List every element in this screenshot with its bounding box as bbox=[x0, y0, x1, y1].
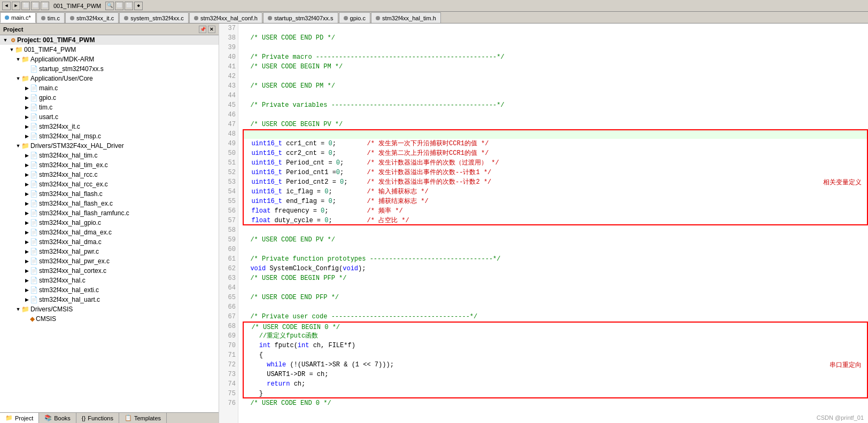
file-icon-hal-tim: 📄 bbox=[30, 152, 38, 159]
sidebar-item-app-user[interactable]: ▼ 📁 Application/User/Core bbox=[0, 74, 219, 83]
file-icon-hal-rcc-ex: 📄 bbox=[30, 181, 38, 188]
sidebar-item-root[interactable]: ▼ 📁 001_TIMF4_PWM bbox=[0, 45, 219, 54]
sidebar-drivers-cmsis-label: Drivers/CMSIS bbox=[30, 306, 73, 313]
sidebar-item-app-mdk[interactable]: ▼ 📁 Application/MDK-ARM bbox=[0, 54, 219, 64]
sidebar-item-startup[interactable]: 📄 startup_stm32f407xx.s bbox=[0, 64, 219, 74]
tab-dot-main-c bbox=[5, 15, 9, 20]
sidebar-item-stm32f4xx-it-c[interactable]: ▶ 📄 stm32f4xx_it.c bbox=[0, 122, 219, 131]
sidebar-content[interactable]: ▼ ⚙ Project: 001_TIMF4_PWM ▼ 📁 001_TIMF4… bbox=[0, 35, 219, 412]
sidebar-item-hal-rcc-ex[interactable]: ▶ 📄 stm32f4xx_hal_rcc_ex.c bbox=[0, 179, 219, 189]
expander-app-mdk: ▼ bbox=[15, 57, 21, 62]
folder-icon-root: 📁 bbox=[15, 46, 23, 53]
sidebar-header: Project 📌 ✕ bbox=[0, 24, 219, 35]
folder-icon-drivers-stm32: 📁 bbox=[21, 142, 29, 150]
tab-label-stm32f4xx-it-c: stm32f4xx_it.c bbox=[76, 15, 114, 21]
sidebar-item-main-c[interactable]: ▶ 📄 main.c bbox=[0, 83, 219, 93]
sidebar-title: Project bbox=[3, 26, 23, 33]
file-icon-hal-flash-ex: 📄 bbox=[30, 200, 38, 207]
tab-dot-stm32f4xx-hal-conf-h bbox=[194, 16, 198, 20]
toolbar-btn-9[interactable]: ◆ bbox=[134, 2, 143, 10]
file-icon-hal-tim-ex: 📄 bbox=[30, 161, 38, 169]
sidebar-stm32f4xx-it-c-label: stm32f4xx_it.c bbox=[39, 123, 80, 130]
tab-stm32f4xx-it-c[interactable]: stm32f4xx_it.c bbox=[65, 12, 119, 23]
sidebar-pin-icon[interactable]: 📌 bbox=[199, 26, 206, 33]
expander-hal-pwr: ▶ bbox=[24, 249, 30, 254]
expander-hal-dma-ex: ▶ bbox=[24, 230, 30, 235]
sidebar-item-hal-uart[interactable]: ▶ 📄 stm32f4xx_hal_uart.c bbox=[0, 295, 219, 304]
sidebar-gpio-c-label: gpio.c bbox=[39, 94, 56, 101]
sidebar-item-hal-rcc[interactable]: ▶ 📄 stm32f4xx_hal_rcc.c bbox=[0, 170, 219, 179]
tab-label-startup-stm32f407xx-s: startup_stm32f407xx.s bbox=[274, 15, 334, 21]
bottom-tab-project[interactable]: 📁 Project bbox=[0, 413, 39, 424]
bottom-tab-books[interactable]: 📚 Books bbox=[39, 413, 76, 424]
toolbar-btn-5[interactable]: ⬜ bbox=[41, 2, 49, 10]
sidebar-hal-uart-label: stm32f4xx_hal_uart.c bbox=[39, 296, 100, 303]
toolbar-btn-3[interactable]: ⬜ bbox=[21, 2, 30, 10]
bottom-tab-functions[interactable]: {} Functions bbox=[76, 413, 119, 424]
file-icon-hal-exti: 📄 bbox=[30, 286, 38, 294]
code-scroll-area[interactable]: /* USER CODE END PD */ /* Private macro … bbox=[238, 24, 868, 423]
toolbar-project-name: 001_TIMF4_PWM bbox=[53, 3, 101, 9]
sidebar-cmsis-label: CMSIS bbox=[36, 315, 56, 323]
toolbar-btn-8[interactable]: ⬜ bbox=[125, 2, 133, 10]
expander-stm32f4xx-hal-msp: ▶ bbox=[24, 134, 30, 139]
tab-gpio-c[interactable]: gpio.c bbox=[339, 12, 370, 23]
sidebar-close-icon[interactable]: ✕ bbox=[208, 26, 215, 33]
sidebar-stm32f4xx-hal-msp-label: stm32f4xx_hal_msp.c bbox=[39, 132, 101, 140]
sidebar-hal-exti-label: stm32f4xx_hal_exti.c bbox=[39, 286, 99, 294]
toolbar-btn-1[interactable]: ◀ bbox=[2, 2, 11, 10]
tab-bar: main.c* tim.c stm32f4xx_it.c system_stm3… bbox=[0, 12, 868, 24]
sidebar-item-hal-gpio[interactable]: ▶ 📄 stm32f4xx_hal_gpio.c bbox=[0, 218, 219, 228]
sidebar-hal-gpio-label: stm32f4xx_hal_gpio.c bbox=[39, 219, 101, 226]
tab-startup-stm32f407xx-s[interactable]: startup_stm32f407xx.s bbox=[263, 12, 338, 23]
sidebar-item-hal-flash-ramfunc[interactable]: ▶ 📄 stm32f4xx_hal_flash_ramfunc.c bbox=[0, 208, 219, 218]
expander-startup bbox=[24, 66, 30, 72]
sidebar-item-drivers-cmsis[interactable]: ▼ 📁 Drivers/CMSIS bbox=[0, 304, 219, 314]
sidebar-item-hal-tim[interactable]: ▶ 📄 stm32f4xx_hal_tim.c bbox=[0, 151, 219, 160]
sidebar-item-tim-c[interactable]: ▶ 📄 tim.c bbox=[0, 103, 219, 112]
file-icon-gpio-c: 📄 bbox=[30, 94, 38, 101]
sidebar-item-gpio-c[interactable]: ▶ 📄 gpio.c bbox=[0, 93, 219, 103]
sidebar-item-hal-pwr-ex[interactable]: ▶ 📄 stm32f4xx_hal_pwr_ex.c bbox=[0, 256, 219, 266]
bottom-tab-templates[interactable]: 📋 Templates bbox=[119, 413, 167, 424]
sidebar-item-hal-flash[interactable]: ▶ 📄 stm32f4xx_hal_flash.c bbox=[0, 189, 219, 199]
tab-system-stm32f4xx-c[interactable]: system_stm32f4xx.c bbox=[119, 12, 189, 23]
sidebar-item-hal-dma-ex[interactable]: ▶ 📄 stm32f4xx_hal_dma_ex.c bbox=[0, 228, 219, 237]
toolbar-btn-7[interactable]: ⬜ bbox=[115, 2, 123, 10]
code-content[interactable]: 3738394041424344454647484950515253545556… bbox=[219, 24, 868, 423]
sidebar-root-label: 001_TIMF4_PWM bbox=[24, 46, 76, 53]
sidebar: Project 📌 ✕ ▼ ⚙ Project: 001_TIMF4_PWM ▼… bbox=[0, 24, 219, 423]
sidebar-item-hal-cortex[interactable]: ▶ 📄 stm32f4xx_hal_cortex.c bbox=[0, 266, 219, 276]
bottom-tab-functions-label: Functions bbox=[88, 415, 113, 421]
toolbar-btn-4[interactable]: ⬜ bbox=[31, 2, 40, 10]
tab-tim-c[interactable]: tim.c bbox=[36, 12, 65, 23]
tab-label-main-c: main.c* bbox=[11, 14, 31, 21]
toolbar-btn-6[interactable]: 🔍 bbox=[105, 2, 114, 10]
sidebar-item-hal-flash-ex[interactable]: ▶ 📄 stm32f4xx_hal_flash_ex.c bbox=[0, 199, 219, 208]
sidebar-item-hal-pwr[interactable]: ▶ 📄 stm32f4xx_hal_pwr.c bbox=[0, 247, 219, 256]
file-icon-stm32f4xx-hal-msp: 📄 bbox=[30, 132, 38, 140]
tab-main-c[interactable]: main.c* bbox=[0, 12, 36, 23]
bottom-tabs: 📁 Project 📚 Books {} Functions 📋 Templat… bbox=[0, 412, 219, 423]
sidebar-hal-tim-ex-label: stm32f4xx_hal_tim_ex.c bbox=[39, 161, 108, 169]
tab-stm32f4xx-hal-conf-h[interactable]: stm32f4xx_hal_conf.h bbox=[189, 12, 262, 23]
sidebar-item-cmsis[interactable]: ◆ CMSIS bbox=[0, 314, 219, 324]
sidebar-item-usart-c[interactable]: ▶ 📄 usart.c bbox=[0, 112, 219, 122]
file-icon-hal: 📄 bbox=[30, 277, 38, 284]
sidebar-item-hal-exti[interactable]: ▶ 📄 stm32f4xx_hal_exti.c bbox=[0, 285, 219, 295]
sidebar-item-hal[interactable]: ▶ 📄 stm32f4xx_hal.c bbox=[0, 276, 219, 285]
expander-main-c: ▶ bbox=[24, 85, 30, 91]
annotation-53: 相关变量定义 bbox=[823, 177, 862, 187]
sidebar-item-project-header[interactable]: ▼ ⚙ Project: 001_TIMF4_PWM bbox=[0, 35, 219, 45]
sidebar-item-stm32f4xx-hal-msp[interactable]: ▶ 📄 stm32f4xx_hal_msp.c bbox=[0, 131, 219, 141]
sidebar-item-hal-dma[interactable]: ▶ 📄 stm32f4xx_hal_dma.c bbox=[0, 237, 219, 247]
sidebar-item-hal-tim-ex[interactable]: ▶ 📄 stm32f4xx_hal_tim_ex.c bbox=[0, 160, 219, 170]
sidebar-item-drivers-stm32[interactable]: ▼ 📁 Drivers/STM32F4xx_HAL_Driver bbox=[0, 141, 219, 151]
toolbar-btn-2[interactable]: ▶ bbox=[12, 2, 20, 10]
sidebar-startup-label: startup_stm32f407xx.s bbox=[39, 65, 104, 73]
bottom-tab-project-icon: 📁 bbox=[5, 414, 13, 421]
sidebar-drivers-stm32-label: Drivers/STM32F4xx_HAL_Driver bbox=[30, 142, 124, 150]
sidebar-app-user-label: Application/User/Core bbox=[30, 75, 93, 82]
main-area: Project 📌 ✕ ▼ ⚙ Project: 001_TIMF4_PWM ▼… bbox=[0, 24, 868, 423]
tab-stm32f4xx-hal-tim-h[interactable]: stm32f4xx_hal_tim.h bbox=[371, 12, 441, 23]
